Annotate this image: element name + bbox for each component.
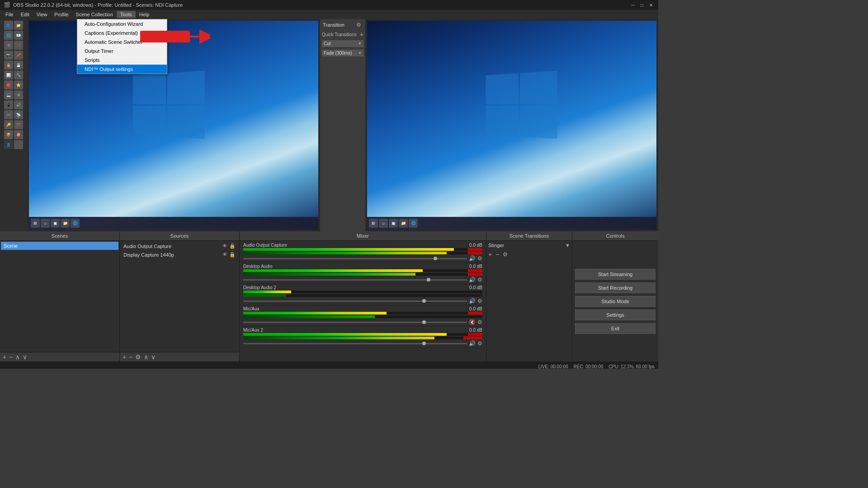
mixer-track: Mic/Aux 2 0.0 dB 🔊 ⚙ (241, 327, 485, 348)
track-header: Mic/Aux 2 0.0 dB (243, 328, 482, 333)
icon-pair: 🎮 📡 (4, 110, 23, 119)
menu-tools[interactable]: Tools (117, 11, 136, 18)
level-bar-red-2 (468, 273, 482, 276)
fade-select[interactable]: Fade (300ms) ▼ (322, 50, 363, 56)
menu-item-auto-scene[interactable]: Automatic Scene Switcher (77, 38, 167, 47)
track-db: 0.0 dB (469, 306, 482, 311)
cut-label: Cut (324, 41, 331, 46)
level-bar-container-2 (243, 273, 482, 276)
sources-down-button[interactable]: ∨ (151, 354, 156, 360)
menu-item-scripts[interactable]: Scripts (77, 56, 167, 65)
menu-edit[interactable]: Edit (17, 11, 33, 18)
ptb-icon-r: 📁 (399, 219, 408, 228)
settings-button[interactable]: Settings (575, 310, 656, 320)
volume-slider[interactable] (243, 258, 467, 259)
scenes-down-button[interactable]: ∨ (23, 354, 27, 360)
transition-gear-icon[interactable]: ⚙ (356, 22, 363, 28)
volume-thumb (422, 342, 426, 345)
sources-remove-button[interactable]: − (129, 354, 132, 360)
icon-box: ⚙ (4, 41, 13, 50)
sources-add-button[interactable]: + (123, 354, 126, 360)
scenes-remove-button[interactable]: − (9, 354, 13, 360)
level-bar-container-2 (243, 294, 482, 297)
track-controls: 🔇 ⚙ (243, 319, 482, 325)
track-settings-icon[interactable]: ⚙ (477, 277, 482, 283)
menu-view[interactable]: View (33, 11, 51, 18)
menu-file[interactable]: File (2, 11, 17, 18)
menu-item-captions[interactable]: Captions (Experimental) (77, 28, 167, 38)
icon-pair: 📱 🔊 (4, 100, 23, 109)
level-bar-green (243, 312, 387, 314)
ptb-icon-r: ⌕ (379, 219, 388, 228)
track-settings-icon[interactable]: ⚙ (477, 255, 482, 262)
source-lock-icon[interactable]: 🔒 (229, 243, 236, 249)
level-bar-green (243, 248, 454, 251)
stinger-dropdown-icon[interactable]: ▼ (565, 243, 570, 248)
level-bar-red-2 (463, 337, 482, 339)
volume-slider[interactable] (243, 322, 467, 323)
level-bar-red (468, 248, 482, 251)
volume-slider[interactable] (243, 343, 467, 344)
source-lock-icon[interactable]: 🔒 (229, 252, 236, 258)
scenes-add-button[interactable]: + (3, 354, 6, 360)
menu-scene-collection[interactable]: Scene Collection (72, 11, 117, 18)
track-settings-icon[interactable]: ⚙ (477, 319, 482, 325)
start-streaming-button[interactable]: Start Streaming (575, 269, 656, 280)
icon-box: 🎮 (4, 110, 13, 119)
mute-icon[interactable]: 🔊 (469, 340, 476, 347)
level-bar-red (468, 312, 482, 314)
sources-up-button[interactable]: ∧ (144, 354, 148, 360)
track-settings-icon[interactable]: ⚙ (477, 340, 482, 347)
menu-help[interactable]: Help (136, 11, 153, 18)
level-bar-container (243, 291, 482, 293)
sources-footer: + − ⚙ ∧ ∨ (120, 352, 239, 361)
scene-transitions-header: Scene Transitions (486, 231, 572, 241)
menu-profile[interactable]: Profile (51, 11, 72, 18)
source-item[interactable]: Display Capture 1440p 👁 🔒 (121, 250, 238, 259)
status-bar: LIVE: 00:00:00 REC: 00:00:00 CPU: 12.3%,… (0, 361, 658, 369)
icon-pair: 🌐 📧 (4, 31, 23, 40)
scene-item[interactable]: Scene (1, 242, 118, 250)
menu-item-output-timer[interactable]: Output Timer (77, 47, 167, 56)
ptb-icon: 🌐 (71, 219, 80, 228)
right-preview-panel: ⊞ ⌕ ▣ 📁 🌐 (367, 21, 656, 230)
sources-settings-button[interactable]: ⚙ (135, 354, 141, 360)
cut-select[interactable]: Cut ▼ (322, 40, 363, 47)
source-eye-icon[interactable]: 👁 (222, 243, 227, 249)
bottom-area: Scenes Scene + − ∧ ∨ Sources Audio Outpu… (0, 231, 658, 361)
scene-transitions-gear-icon[interactable]: ⚙ (503, 251, 508, 258)
track-name: Desktop Audio 2 (243, 285, 276, 290)
menu-item-auto-config[interactable]: Auto-Configuration Wizard (77, 19, 167, 28)
mute-icon[interactable]: 🔇 (469, 319, 476, 325)
source-item[interactable]: Audio Output Capture 👁 🔒 (121, 242, 238, 250)
volume-slider[interactable] (243, 300, 467, 302)
track-controls: 🔊 ⚙ (243, 298, 482, 304)
quick-transitions-label: Quick Transitions (322, 32, 357, 37)
level-bar-green-2 (243, 273, 415, 276)
mute-icon[interactable]: 🔊 (469, 255, 476, 262)
scenes-panel: Scenes Scene + − ∧ ∨ (0, 231, 120, 361)
volume-slider[interactable] (243, 279, 467, 281)
maximize-button[interactable]: □ (638, 1, 646, 9)
stinger-row: Stinger ▼ (488, 243, 570, 248)
menu-item-ndi-output[interactable]: NDI™ Output settings (77, 65, 167, 74)
minimize-button[interactable]: ─ (629, 1, 637, 9)
scene-transitions-content: Stinger ▼ + − ⚙ (486, 241, 572, 361)
track-settings-icon[interactable]: ⚙ (477, 298, 482, 304)
scene-transitions-add-button[interactable]: + (488, 251, 492, 258)
scene-transitions-remove-button[interactable]: − (495, 251, 499, 258)
exit-button[interactable]: Exit (575, 323, 656, 334)
level-bar-container (243, 333, 482, 336)
icon-box: 📁 (14, 21, 23, 30)
mute-icon[interactable]: 🔊 (469, 277, 476, 283)
window-controls: ─ □ ✕ (629, 1, 655, 9)
level-bar-green (243, 269, 423, 272)
volume-thumb (422, 299, 426, 303)
close-button[interactable]: ✕ (647, 1, 655, 9)
scenes-up-button[interactable]: ∧ (15, 354, 20, 360)
quick-transitions-add-button[interactable]: + (360, 31, 363, 38)
start-recording-button[interactable]: Start Recording (575, 282, 656, 293)
studio-mode-button[interactable]: Studio Mode (575, 296, 656, 307)
source-eye-icon[interactable]: 👁 (222, 252, 227, 258)
mute-icon[interactable]: 🔊 (469, 298, 476, 304)
